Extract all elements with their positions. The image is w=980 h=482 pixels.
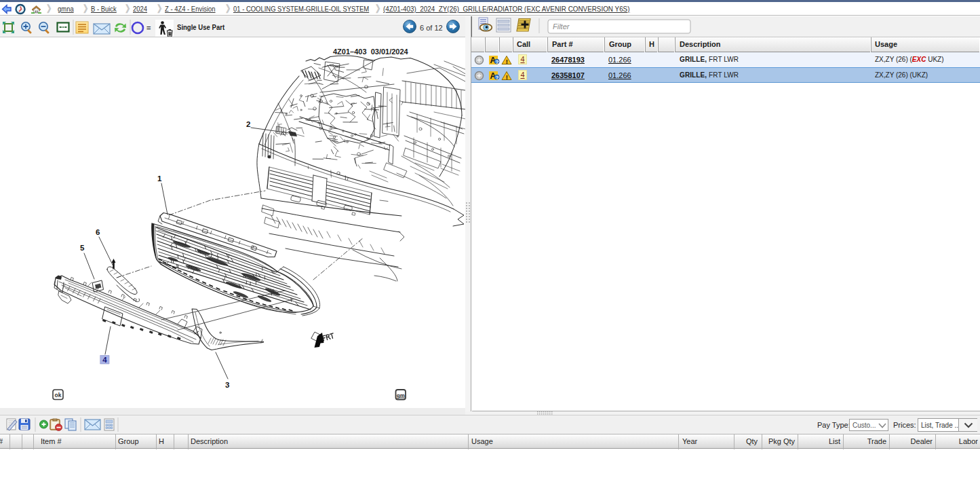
svg-text:3: 3	[225, 381, 229, 389]
svg-text:ok: ok	[55, 392, 62, 398]
svg-text:!: !	[506, 58, 508, 65]
svg-text:5: 5	[80, 244, 85, 252]
svg-text:Single Use Part: Single Use Part	[177, 24, 225, 32]
svg-text:?: ?	[495, 59, 498, 65]
svg-text:Filter: Filter	[553, 22, 570, 31]
svg-text:1: 1	[157, 174, 162, 183]
svg-text:4Z01–403 03/01/2024: 4Z01–403 03/01/2024	[333, 48, 409, 56]
svg-text:6: 6	[96, 228, 100, 236]
svg-text:=: =	[146, 24, 151, 32]
svg-text:!: !	[506, 73, 508, 81]
svg-text:6 of 12: 6 of 12	[420, 24, 443, 32]
svg-text:2: 2	[246, 120, 250, 128]
svg-text:?: ?	[495, 75, 498, 81]
svg-text:gm: gm	[397, 392, 405, 398]
svg-text:4: 4	[102, 356, 107, 364]
